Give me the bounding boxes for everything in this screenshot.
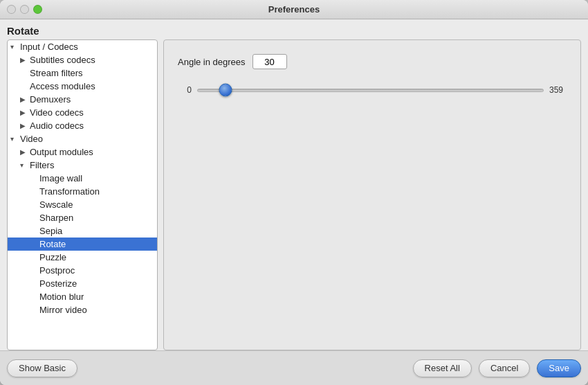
- window-title: Preferences: [268, 4, 320, 15]
- sidebar-item-label: Access modules: [30, 81, 154, 91]
- sidebar-item-puzzle[interactable]: Puzzle: [8, 251, 157, 264]
- right-panel: Angle in degrees 0 359: [163, 39, 581, 350]
- sidebar-item-label: Puzzle: [39, 252, 154, 262]
- sidebar-item-output-modules[interactable]: ▶Output modules: [8, 145, 157, 159]
- sidebar-item-label: Sepia: [39, 226, 154, 236]
- arrow-icon: ▾: [20, 161, 30, 169]
- preferences-window: Preferences Rotate ▾Input / Codecs▶Subti…: [0, 0, 588, 385]
- slider-container[interactable]: [197, 83, 544, 97]
- arrow-icon: ▾: [10, 43, 20, 51]
- sidebar-item-label: Video codecs: [30, 107, 154, 118]
- arrow-icon: ▾: [10, 135, 20, 143]
- sidebar-item-label: Input / Codecs: [20, 42, 154, 52]
- arrow-icon: ▶: [20, 109, 30, 116]
- sidebar-item-label: Mirror video: [39, 305, 154, 315]
- sidebar-item-label: Image wall: [39, 173, 154, 183]
- sidebar-item-video[interactable]: ▾Video: [8, 132, 157, 145]
- sidebar-item-input-codecs[interactable]: ▾Input / Codecs: [8, 40, 157, 53]
- angle-label: Angle in degrees: [178, 57, 246, 67]
- save-button[interactable]: Save: [537, 359, 581, 377]
- sidebar-item-swscale[interactable]: Swscale: [8, 198, 157, 211]
- content-area: ▾Input / Codecs▶Subtitles codecsStream f…: [0, 39, 588, 350]
- reset-all-button[interactable]: Reset All: [413, 359, 472, 377]
- sidebar-item-label: Output modules: [30, 147, 154, 157]
- slider-track: [197, 89, 544, 92]
- slider-min-label: 0: [178, 85, 192, 95]
- sidebar-item-transformation[interactable]: Transformation: [8, 185, 157, 198]
- sidebar-item-motion-blur[interactable]: Motion blur: [8, 290, 157, 303]
- angle-row: Angle in degrees: [178, 54, 567, 69]
- arrow-icon: ▶: [20, 56, 30, 64]
- sidebar-item-access-modules[interactable]: Access modules: [8, 80, 157, 93]
- angle-input[interactable]: [252, 54, 287, 69]
- sidebar-item-label: Stream filters: [30, 68, 154, 78]
- slider-row: 0 359: [178, 83, 567, 97]
- sidebar-item-label: Sharpen: [39, 213, 154, 223]
- arrow-icon: ▶: [20, 122, 30, 129]
- sidebar-item-subtitles-codecs[interactable]: ▶Subtitles codecs: [8, 53, 157, 66]
- show-basic-button[interactable]: Show Basic: [7, 359, 77, 377]
- slider-max-label: 359: [549, 85, 567, 95]
- maximize-button[interactable]: [33, 5, 42, 14]
- close-button[interactable]: [7, 5, 16, 14]
- sidebar-item-label: Subtitles codecs: [30, 55, 154, 65]
- sidebar-item-label: Filters: [30, 160, 154, 170]
- arrow-icon: ▶: [20, 96, 30, 103]
- sidebar-item-sharpen[interactable]: Sharpen: [8, 211, 157, 224]
- page-title: Rotate: [0, 19, 588, 39]
- arrow-icon: ▶: [20, 148, 30, 156]
- sidebar-item-video-codecs[interactable]: ▶Video codecs: [8, 106, 157, 119]
- cancel-button[interactable]: Cancel: [479, 359, 530, 377]
- minimize-button[interactable]: [20, 5, 29, 14]
- sidebar-item-label: Posterize: [39, 278, 154, 289]
- sidebar-item-image-wall[interactable]: Image wall: [8, 172, 157, 185]
- traffic-lights: [7, 5, 42, 14]
- titlebar: Preferences: [0, 0, 588, 19]
- sidebar-item-sepia[interactable]: Sepia: [8, 224, 157, 238]
- sidebar-item-label: Audio codecs: [30, 120, 154, 131]
- sidebar-item-label: Swscale: [39, 199, 154, 210]
- bottom-bar: Show Basic Reset All Cancel Save: [0, 350, 588, 385]
- sidebar-item-label: Rotate: [39, 239, 154, 249]
- slider-thumb[interactable]: [219, 84, 232, 97]
- sidebar-item-demuxers[interactable]: ▶Demuxers: [8, 93, 157, 106]
- sidebar-item-label: Video: [20, 134, 154, 144]
- sidebar-item-rotate[interactable]: Rotate: [8, 238, 157, 251]
- sidebar-item-stream-filters[interactable]: Stream filters: [8, 66, 157, 80]
- bottom-buttons-right: Reset All Cancel Save: [413, 359, 581, 377]
- sidebar-item-label: Motion blur: [39, 292, 154, 302]
- sidebar-item-mirror-video[interactable]: Mirror video: [8, 303, 157, 316]
- sidebar-item-postproc[interactable]: Postproc: [8, 264, 157, 277]
- sidebar-item-posterize[interactable]: Posterize: [8, 277, 157, 290]
- sidebar-item-label: Demuxers: [30, 94, 154, 105]
- sidebar-item-filters[interactable]: ▾Filters: [8, 159, 157, 172]
- sidebar-tree[interactable]: ▾Input / Codecs▶Subtitles codecsStream f…: [7, 39, 158, 350]
- sidebar-item-audio-codecs[interactable]: ▶Audio codecs: [8, 119, 157, 132]
- sidebar-item-label: Transformation: [39, 186, 154, 197]
- sidebar-item-label: Postproc: [39, 265, 154, 276]
